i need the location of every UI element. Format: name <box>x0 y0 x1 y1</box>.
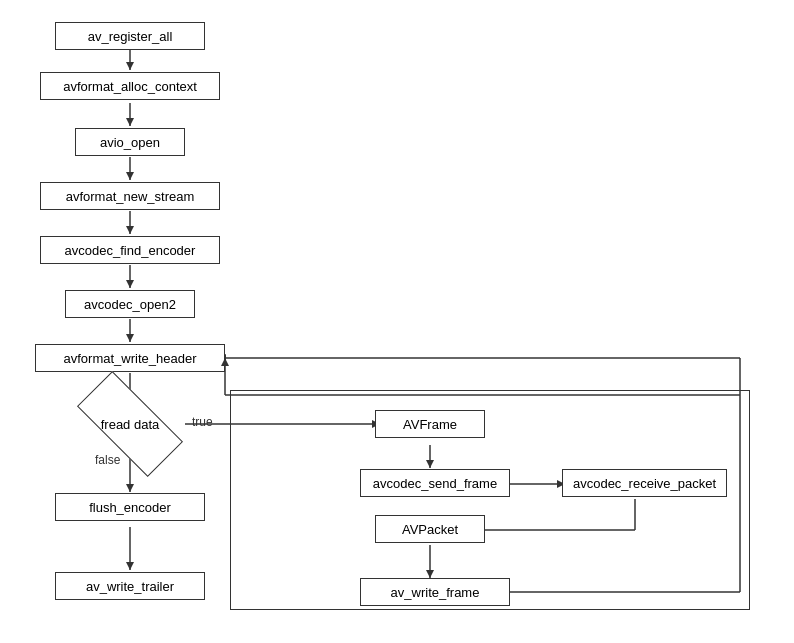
flowchart-diagram: av_register_all avformat_alloc_context a… <box>0 0 794 643</box>
false-label: false <box>95 453 120 467</box>
avcodec-find-encoder-box: avcodec_find_encoder <box>40 236 220 264</box>
avpacket-box: AVPacket <box>375 515 485 543</box>
avformat-new-stream-box: avformat_new_stream <box>40 182 220 210</box>
fread-data-diamond: fread data <box>75 398 185 450</box>
svg-marker-5 <box>126 172 134 180</box>
svg-marker-3 <box>126 118 134 126</box>
av-register-all-box: av_register_all <box>55 22 205 50</box>
av-write-trailer-box: av_write_trailer <box>55 572 205 600</box>
avio-open-box: avio_open <box>75 128 185 156</box>
svg-marker-9 <box>126 280 134 288</box>
avcodec-send-frame-box: avcodec_send_frame <box>360 469 510 497</box>
svg-marker-11 <box>126 334 134 342</box>
loop-rect <box>230 390 750 610</box>
svg-marker-7 <box>126 226 134 234</box>
av-write-frame-box: av_write_frame <box>360 578 510 606</box>
avcodec-receive-packet-box: avcodec_receive_packet <box>562 469 727 497</box>
svg-marker-17 <box>126 562 134 570</box>
avcodec-open2-box: avcodec_open2 <box>65 290 195 318</box>
svg-marker-15 <box>126 484 134 492</box>
flush-encoder-box: flush_encoder <box>55 493 205 521</box>
avframe-box: AVFrame <box>375 410 485 438</box>
true-label: true <box>192 415 213 429</box>
svg-marker-1 <box>126 62 134 70</box>
avformat-alloc-context-box: avformat_alloc_context <box>40 72 220 100</box>
avformat-write-header-box: avformat_write_header <box>35 344 225 372</box>
